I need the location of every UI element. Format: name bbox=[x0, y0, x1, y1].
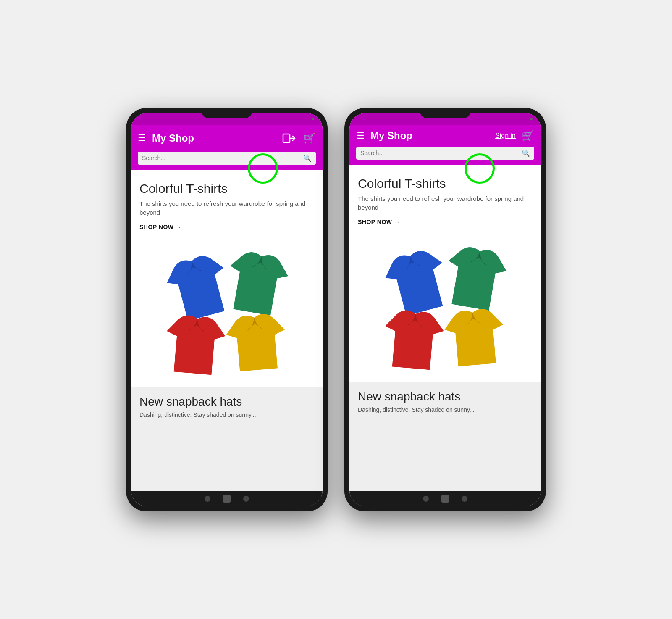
status-bar-2 bbox=[349, 113, 541, 125]
phone-1-wrapper: ☰ My Shop 🛒 bbox=[126, 108, 328, 511]
tshirts-container-2 bbox=[349, 239, 541, 382]
recents-btn-2[interactable] bbox=[462, 496, 467, 502]
phone-bottom-bar-2 bbox=[349, 491, 541, 506]
status-bar-camera-2 bbox=[530, 118, 533, 120]
phone-2-wrapper: ☰ My Shop Sign in 🛒 🔍 Colorful bbox=[344, 108, 546, 511]
hero-section-2: Colorful T-shirts The shirts you need to… bbox=[349, 165, 541, 239]
status-bar-camera bbox=[312, 118, 314, 120]
signin-text-btn-2[interactable]: Sign in bbox=[495, 132, 516, 140]
recents-btn-1[interactable] bbox=[243, 496, 249, 502]
search-input-2[interactable] bbox=[360, 150, 522, 156]
tshirts-image-2 bbox=[374, 239, 517, 373]
search-input-wrapper-1: 🔍 bbox=[138, 152, 316, 165]
bottom-description-1: Dashing, distinctive. Stay shaded on sun… bbox=[139, 411, 314, 419]
hero-description-1: The shirts you need to refresh your ward… bbox=[139, 199, 314, 217]
tshirts-image-1 bbox=[155, 244, 298, 378]
back-btn-2[interactable] bbox=[423, 496, 429, 502]
phone-2-screen: ☰ My Shop Sign in 🛒 🔍 Colorful bbox=[349, 113, 541, 506]
content-1: Colorful T-shirts The shirts you need to… bbox=[131, 170, 323, 491]
phone-1-screen: ☰ My Shop 🛒 bbox=[131, 113, 323, 506]
bottom-section-1: New snapback hats Dashing, distinctive. … bbox=[131, 387, 323, 491]
hamburger-icon-1[interactable]: ☰ bbox=[138, 134, 146, 143]
search-input-1[interactable] bbox=[142, 155, 303, 161]
app-title-1: My Shop bbox=[152, 132, 275, 144]
search-icon-1[interactable]: 🔍 bbox=[303, 154, 312, 162]
bottom-title-1: New snapback hats bbox=[139, 395, 314, 408]
shop-now-btn-2[interactable]: SHOP NOW → bbox=[358, 219, 533, 225]
app-bar-1: ☰ My Shop 🛒 bbox=[131, 125, 323, 152]
bottom-description-2: Dashing, distinctive. Stay shaded on sun… bbox=[358, 406, 533, 414]
hero-description-2: The shirts you need to refresh your ward… bbox=[358, 194, 533, 212]
search-input-wrapper-2: 🔍 bbox=[356, 147, 534, 160]
cart-icon-2[interactable]: 🛒 bbox=[522, 130, 534, 142]
hamburger-icon-2[interactable]: ☰ bbox=[356, 131, 365, 140]
app-bar-2: ☰ My Shop Sign in 🛒 bbox=[349, 125, 541, 147]
cart-icon-1[interactable]: 🛒 bbox=[303, 132, 316, 144]
home-btn-1[interactable] bbox=[223, 495, 231, 503]
content-2: Colorful T-shirts The shirts you need to… bbox=[349, 165, 541, 491]
bottom-title-2: New snapback hats bbox=[358, 390, 533, 403]
bottom-section-2: New snapback hats Dashing, distinctive. … bbox=[349, 382, 541, 491]
phone-2: ☰ My Shop Sign in 🛒 🔍 Colorful bbox=[344, 108, 546, 511]
hero-title-2: Colorful T-shirts bbox=[358, 176, 533, 191]
search-bar-1: 🔍 bbox=[131, 152, 323, 170]
svg-rect-0 bbox=[283, 134, 290, 142]
status-bar-1 bbox=[131, 113, 323, 125]
phones-comparison: ☰ My Shop 🛒 bbox=[126, 108, 546, 511]
shop-now-btn-1[interactable]: SHOP NOW → bbox=[139, 224, 314, 230]
signin-icon-btn-1[interactable] bbox=[281, 131, 297, 146]
tshirts-container-1 bbox=[131, 244, 323, 387]
hero-section-1: Colorful T-shirts The shirts you need to… bbox=[131, 170, 323, 244]
app-title-2: My Shop bbox=[370, 130, 489, 142]
phone-bottom-bar-1 bbox=[131, 491, 323, 506]
hero-title-1: Colorful T-shirts bbox=[139, 182, 314, 196]
home-btn-2[interactable] bbox=[441, 495, 449, 503]
phone-1: ☰ My Shop 🛒 bbox=[126, 108, 328, 511]
search-bar-2: 🔍 bbox=[349, 147, 541, 165]
search-icon-2[interactable]: 🔍 bbox=[522, 149, 530, 157]
back-btn-1[interactable] bbox=[205, 496, 210, 502]
